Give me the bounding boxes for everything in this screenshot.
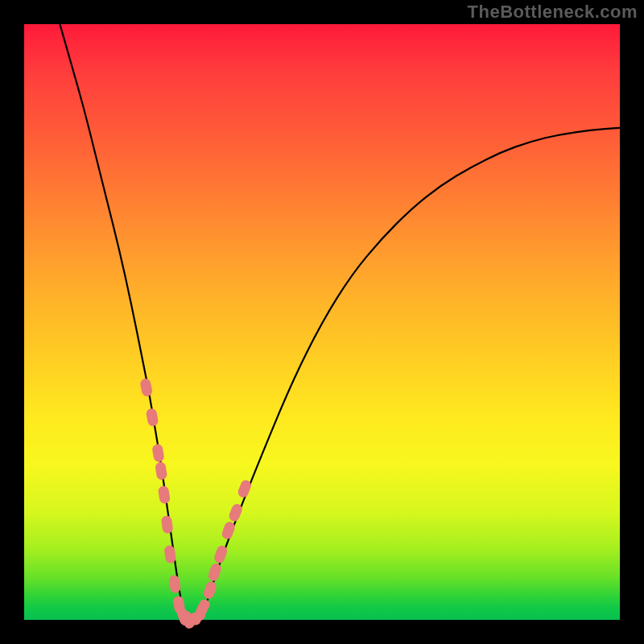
curve-marker	[155, 461, 167, 481]
chart-frame: TheBottleneck.com	[0, 0, 644, 644]
plot-svg	[24, 24, 620, 620]
bottleneck-curve	[60, 24, 620, 620]
curve-marker	[202, 580, 217, 601]
curve-marker	[139, 378, 153, 397]
curve-marker	[163, 545, 176, 564]
curve-marker	[161, 515, 174, 535]
watermark-text: TheBottleneck.com	[468, 2, 638, 23]
curve-marker	[151, 444, 164, 463]
curve-marker	[146, 407, 159, 427]
markers-group	[139, 378, 253, 630]
curve-marker	[207, 562, 222, 582]
curve-marker	[158, 485, 171, 505]
curve-marker	[168, 575, 181, 594]
plot-area	[24, 24, 620, 620]
